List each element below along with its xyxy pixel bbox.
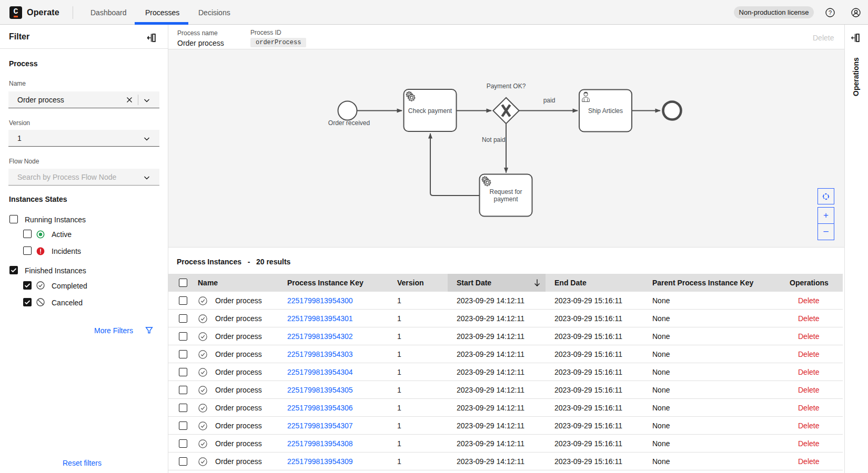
svg-text:Check payment: Check payment [408,107,452,115]
svg-text:Ship Articles: Ship Articles [588,107,623,115]
svg-text:payment: payment [493,196,518,203]
svg-text:Payment OK?: Payment OK? [487,83,526,90]
svg-text:Order received: Order received [328,119,370,127]
svg-text:Request for: Request for [489,188,522,196]
svg-text:?: ? [829,9,832,16]
svg-text:Not paid: Not paid [482,136,506,143]
svg-text:paid: paid [543,97,556,104]
